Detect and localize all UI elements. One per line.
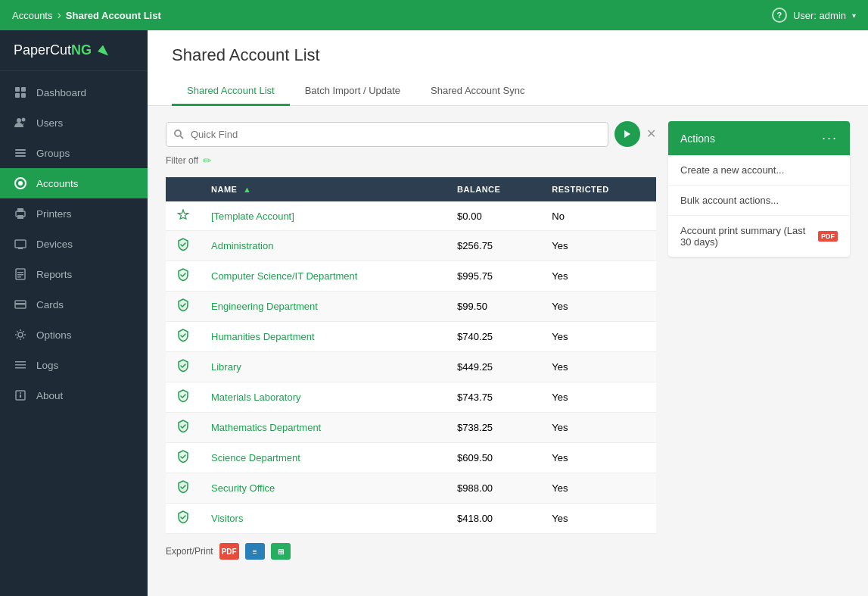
groups-icon [14, 146, 27, 160]
export-doc-button[interactable]: ≡ [245, 543, 265, 560]
breadcrumb-sep: › [57, 8, 61, 22]
row-name[interactable]: Computer Science/IT Department [201, 261, 446, 292]
svg-point-10 [18, 181, 23, 186]
user-dropdown-chevron[interactable]: ▾ [852, 11, 856, 20]
svg-rect-21 [15, 303, 26, 305]
table-row: Visitors$418.00Yes [166, 504, 656, 534]
row-restricted: No [541, 201, 656, 231]
sidebar-item-users[interactable]: Users [0, 108, 148, 138]
filter-edit-icon[interactable]: ✏ [203, 154, 212, 167]
row-restricted: Yes [541, 382, 656, 413]
svg-line-30 [181, 136, 184, 139]
account-link[interactable]: Administration [211, 240, 273, 251]
actions-title: Actions [680, 133, 715, 145]
row-name[interactable]: [Template Account] [201, 201, 446, 231]
page-header: Shared Account List Shared Account List … [148, 30, 868, 106]
action-print-summary[interactable]: Account print summary (Last 30 days) PDF [668, 216, 850, 257]
account-link[interactable]: Engineering Department [211, 301, 318, 312]
logo-text: PaperCutNG [14, 42, 92, 58]
tab-shared-account-list[interactable]: Shared Account List [172, 77, 290, 106]
row-name[interactable]: Mathematics Department [201, 413, 446, 443]
col-header-restricted[interactable]: RESTRICTED [541, 177, 656, 201]
left-panel: ✕ Filter off ✏ NAME ▲ [166, 121, 656, 581]
row-name[interactable]: Engineering Department [201, 292, 446, 322]
table-row: [Template Account]$0.00No [166, 201, 656, 231]
account-link[interactable]: Library [211, 361, 241, 373]
account-link[interactable]: [Template Account] [211, 211, 294, 222]
tab-batch-import[interactable]: Batch Import / Update [290, 77, 415, 106]
sidebar-label-accounts: Accounts [36, 178, 79, 189]
sidebar-label-groups: Groups [36, 148, 70, 159]
table-row: Administration$256.75Yes [166, 231, 656, 261]
sidebar-item-logs[interactable]: Logs [0, 350, 148, 380]
users-icon [14, 116, 27, 129]
svg-rect-8 [15, 155, 26, 157]
account-link[interactable]: Humanities Department [211, 331, 315, 342]
shield-icon [176, 480, 190, 494]
search-button[interactable] [614, 121, 640, 147]
tabs: Shared Account List Batch Import / Updat… [172, 77, 844, 105]
user-label[interactable]: User: admin [793, 10, 846, 21]
table-row: Humanities Department$740.25Yes [166, 322, 656, 352]
action-bulk-actions[interactable]: Bulk account actions... [668, 186, 850, 216]
sidebar-item-printers[interactable]: Printers [0, 198, 148, 229]
filter-row: Filter off ✏ [166, 154, 656, 167]
actions-menu-button[interactable]: ··· [822, 130, 838, 146]
sidebar-item-groups[interactable]: Groups [0, 138, 148, 168]
cards-icon [14, 298, 27, 311]
row-icon-cell [166, 504, 201, 534]
svg-point-28 [20, 392, 21, 394]
row-name[interactable]: Science Department [201, 443, 446, 473]
row-name[interactable]: Library [201, 352, 446, 382]
row-balance: $449.25 [446, 352, 541, 382]
account-link[interactable]: Computer Science/IT Department [211, 270, 357, 282]
search-clear-button[interactable]: ✕ [646, 128, 656, 140]
sidebar-item-dashboard[interactable]: Dashboard [0, 77, 148, 108]
sidebar-item-options[interactable]: Options [0, 320, 148, 350]
account-link[interactable]: Visitors [211, 513, 243, 524]
breadcrumb: Accounts › Shared Account List [12, 8, 161, 22]
breadcrumb-root[interactable]: Accounts [12, 10, 52, 21]
sidebar-item-about[interactable]: About [0, 380, 148, 410]
account-link[interactable]: Security Office [211, 482, 275, 494]
col-header-balance[interactable]: BALANCE [446, 177, 541, 201]
account-link[interactable]: Materials Laboratory [211, 392, 301, 403]
export-bar: Export/Print PDF ≡ ⊞ [166, 543, 656, 560]
row-name[interactable]: Security Office [201, 473, 446, 504]
sidebar-label-dashboard: Dashboard [36, 87, 86, 98]
svg-point-4 [17, 118, 21, 123]
row-icon-cell [166, 382, 201, 413]
accounts-icon [14, 176, 27, 190]
shield-icon [176, 389, 190, 403]
account-link[interactable]: Mathematics Department [211, 422, 321, 433]
table-row: Computer Science/IT Department$995.75Yes [166, 261, 656, 292]
row-name[interactable]: Administration [201, 231, 446, 261]
row-icon-cell [166, 413, 201, 443]
pdf-badge: PDF [818, 231, 838, 242]
account-link[interactable]: Science Department [211, 452, 300, 463]
svg-rect-7 [15, 152, 26, 154]
svg-rect-27 [20, 395, 21, 398]
export-xls-button[interactable]: ⊞ [271, 543, 291, 560]
accounts-table: NAME ▲ BALANCE RESTRICTED [Template Acco… [166, 177, 656, 534]
shield-icon [176, 450, 190, 463]
search-input[interactable] [166, 122, 608, 147]
col-header-name[interactable]: NAME ▲ [201, 177, 446, 201]
template-icon [176, 208, 190, 222]
shield-icon [176, 329, 190, 342]
sidebar-item-cards[interactable]: Cards [0, 289, 148, 320]
sidebar-item-reports[interactable]: Reports [0, 259, 148, 289]
row-name[interactable]: Visitors [201, 504, 446, 534]
sidebar-item-accounts[interactable]: Accounts [0, 168, 148, 198]
row-name[interactable]: Materials Laboratory [201, 382, 446, 413]
svg-rect-1 [21, 87, 26, 92]
row-name[interactable]: Humanities Department [201, 322, 446, 352]
export-label: Export/Print [166, 546, 213, 557]
help-button[interactable]: ? [772, 8, 787, 23]
export-pdf-button[interactable]: PDF [219, 543, 239, 560]
svg-rect-12 [17, 208, 23, 212]
row-balance: $738.25 [446, 413, 541, 443]
action-create-account[interactable]: Create a new account... [668, 155, 850, 186]
tab-shared-account-sync[interactable]: Shared Account Sync [415, 77, 540, 106]
sidebar-item-devices[interactable]: Devices [0, 229, 148, 259]
